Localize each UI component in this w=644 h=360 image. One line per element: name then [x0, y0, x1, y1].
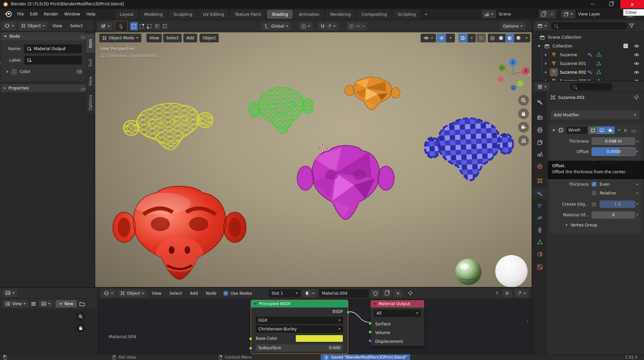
show-gizmos-toggle[interactable]: [437, 34, 446, 42]
base-color-socket[interactable]: [249, 337, 252, 340]
shading-wireframe-button[interactable]: [488, 34, 497, 42]
color-swatch[interactable]: [11, 69, 17, 75]
shading-solid-button[interactable]: [497, 34, 505, 42]
relative-checkbox[interactable]: [592, 190, 597, 195]
outliner-row-collection[interactable]: Collection ✓: [532, 42, 644, 50]
animate-dot[interactable]: [637, 214, 638, 215]
expand-arrow-icon[interactable]: [7, 70, 8, 73]
pin-icon[interactable]: [634, 95, 639, 100]
select-mode-invert-button[interactable]: [153, 22, 161, 30]
maximize-button[interactable]: [602, 0, 620, 8]
collapse-arrow-icon[interactable]: [552, 130, 555, 131]
mode-dropdown[interactable]: Object Mode: [99, 34, 141, 42]
animate-dot[interactable]: [637, 184, 638, 185]
scene-unlink-button[interactable]: ×: [548, 10, 556, 18]
node-label-field[interactable]: [24, 56, 82, 65]
shader-type-dropdown[interactable]: Object: [118, 289, 147, 297]
tab-rendering[interactable]: Rendering: [325, 10, 355, 19]
collection-checkbox[interactable]: ✓: [623, 43, 628, 48]
scene-browse-button[interactable]: [482, 10, 496, 18]
tab-sculpting[interactable]: Sculpting: [169, 10, 197, 19]
menu-file[interactable]: File: [14, 10, 27, 18]
modifier-realtime-toggle[interactable]: [597, 127, 606, 134]
tab-view-layer[interactable]: [532, 137, 547, 147]
outliner-display-mode-dropdown[interactable]: [535, 22, 549, 30]
modifier-name-field[interactable]: Wirefr: [566, 127, 587, 134]
shading-dropdown[interactable]: [523, 34, 530, 42]
open-folder-icon[interactable]: [79, 301, 85, 306]
outliner-row-scene-collection[interactable]: Scene Collection: [532, 33, 644, 42]
expand-arrow-icon[interactable]: [545, 53, 547, 56]
viewport-menu-object[interactable]: Object: [200, 34, 219, 42]
outliner-row-suzanne-002-active[interactable]: Suzanne.002: [532, 68, 644, 77]
toggle-ortho-button[interactable]: [518, 135, 529, 146]
eye-icon[interactable]: [634, 62, 639, 65]
menu-view[interactable]: View: [149, 289, 164, 297]
animate-dot[interactable]: [637, 141, 638, 142]
sidebar-tab-tool[interactable]: Tool: [86, 55, 95, 71]
tab-compositing[interactable]: Compositing: [357, 10, 392, 19]
filter-funnel-icon[interactable]: [629, 24, 634, 28]
tab-scene[interactable]: [532, 149, 547, 159]
expand-arrow-icon[interactable]: [545, 62, 547, 65]
image-view-menu[interactable]: View: [3, 300, 28, 308]
parent-tree-icon[interactable]: [495, 291, 500, 296]
principled-bsdf-node[interactable]: Principled BSDF BSDF GGX Christensen-Bur…: [251, 300, 348, 354]
eye-icon[interactable]: [634, 53, 639, 57]
select-mode-intersect-button[interactable]: [161, 22, 169, 30]
image-browse-button[interactable]: [39, 300, 53, 308]
shader-type-dropdown[interactable]: Object: [19, 22, 47, 30]
tab-world[interactable]: [532, 161, 547, 171]
tab-material[interactable]: [532, 249, 547, 259]
tab-particles[interactable]: [532, 201, 547, 211]
thickness-input[interactable]: 0.048 m: [592, 137, 635, 145]
use-nodes-checkbox[interactable]: ✓: [223, 291, 228, 296]
pan-button[interactable]: [76, 323, 85, 333]
region-toggle-icon[interactable]: ›: [0, 60, 1, 65]
tab-tool[interactable]: [532, 97, 547, 107]
suzanne-orange-lowpoly[interactable]: [343, 73, 401, 115]
pan-button[interactable]: [518, 108, 529, 119]
node-canvas[interactable]: Material.004 Principled BSDF BSDF GGX Ch…: [99, 299, 532, 354]
material-offset-input[interactable]: 0: [592, 211, 635, 219]
offset-input[interactable]: 0.0000: [592, 147, 636, 156]
tab-render[interactable]: [532, 112, 547, 122]
fake-user-button[interactable]: [371, 289, 380, 297]
shading-material-button[interactable]: [505, 34, 514, 42]
view-layer-browse-button[interactable]: [561, 10, 575, 18]
tab-constraints[interactable]: [532, 225, 547, 235]
eye-icon[interactable]: [634, 44, 639, 48]
modifier-editmode-toggle[interactable]: [588, 127, 597, 134]
tab-object[interactable]: [532, 176, 547, 186]
outliner-row-suzanne-003-clipped[interactable]: Suzanne.003: [532, 77, 644, 81]
sidebar-tab-view[interactable]: View: [86, 73, 95, 90]
properties-editor-type-button[interactable]: [535, 83, 549, 91]
snapping-group[interactable]: [318, 22, 338, 30]
outliner-row-suzanne-001[interactable]: Suzanne.001: [532, 59, 644, 68]
menu-help[interactable]: Help: [83, 10, 98, 18]
scene-new-button[interactable]: [539, 10, 548, 18]
editor-type-button[interactable]: [2, 22, 16, 30]
shading-rendered-button[interactable]: [514, 34, 523, 42]
menu-select[interactable]: Select: [167, 289, 185, 297]
volume-input-socket[interactable]: [368, 330, 372, 334]
outliner-row-suzanne[interactable]: Suzanne: [532, 50, 644, 59]
animate-dot[interactable]: [637, 151, 638, 152]
active-tool-dropdown[interactable]: [98, 22, 112, 30]
distribution-dropdown[interactable]: GGX: [256, 317, 343, 324]
transform-orientation-dropdown[interactable]: Global: [262, 22, 291, 30]
subsurface-method-dropdown[interactable]: Christensen-Burley: [256, 325, 343, 333]
modifier-close-button[interactable]: ×: [623, 128, 628, 133]
gizmos-dropdown[interactable]: [446, 34, 455, 42]
show-overlays-toggle[interactable]: [458, 34, 468, 42]
blender-menu-logo-icon[interactable]: [4, 11, 12, 17]
menu-render[interactable]: Render: [41, 10, 61, 18]
viewport-menu-view[interactable]: View: [146, 34, 162, 42]
tab-texture-paint[interactable]: Texture Paint: [230, 10, 265, 19]
menu-select[interactable]: Select: [67, 22, 86, 30]
suzanne-blue-voxel[interactable]: [423, 112, 516, 188]
tab-animation[interactable]: Animation: [294, 10, 324, 19]
target-dropdown[interactable]: All: [374, 310, 421, 317]
snap-toggle-button[interactable]: [502, 289, 512, 297]
menu-view[interactable]: View: [49, 22, 65, 30]
